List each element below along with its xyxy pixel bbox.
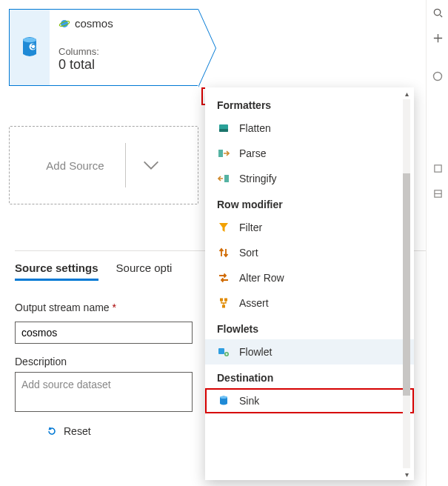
reset-button[interactable]: Reset: [46, 425, 91, 437]
right-toolbar: [426, 0, 448, 486]
alter-row-icon: [217, 271, 230, 284]
menu-item-label: Parse: [239, 147, 267, 159]
sort-icon: [217, 246, 230, 259]
menu-section-flowlets: Flowlets: [205, 316, 414, 339]
menu-item-assert[interactable]: Assert: [205, 290, 414, 316]
search-button[interactable]: [427, 0, 448, 25]
stringify-icon: [217, 172, 230, 185]
assert-icon: [217, 296, 230, 310]
add-source-label: Add Source: [46, 159, 104, 172]
zoom-slider-top[interactable]: [427, 64, 448, 89]
scroll-down-arrow[interactable]: ▾: [401, 468, 412, 480]
columns-label: Columns:: [58, 46, 192, 57]
transformation-menu: Formatters Flatten Parse Stringify Row m…: [205, 87, 414, 480]
circle-handle-icon: [432, 71, 443, 81]
rail-tool-2[interactable]: [427, 181, 448, 206]
tab-source-options[interactable]: Source opti: [116, 262, 173, 281]
cosmos-icon: [58, 18, 70, 30]
parse-icon: [217, 147, 230, 160]
layout-icon: [433, 189, 443, 199]
menu-section-destination: Destination: [205, 364, 414, 388]
columns-value: 0 total: [58, 57, 192, 73]
menu-item-sink[interactable]: Sink: [205, 388, 414, 413]
menu-scrollbar[interactable]: ▴ ▾: [401, 87, 412, 480]
svg-point-6: [434, 73, 442, 81]
svg-rect-7: [434, 164, 441, 171]
menu-item-flatten[interactable]: Flatten: [205, 116, 414, 141]
output-stream-input[interactable]: [15, 322, 193, 344]
source-node-icon: [10, 10, 50, 85]
flowlet-icon: [217, 345, 230, 359]
menu-item-label: Filter: [239, 222, 262, 233]
chevron-down-icon[interactable]: [141, 155, 161, 176]
menu-section-formatters: Formatters: [205, 92, 414, 116]
menu-item-label: Alter Row: [239, 272, 284, 284]
add-button[interactable]: [427, 25, 448, 50]
svg-rect-13: [220, 299, 223, 302]
svg-rect-14: [224, 299, 227, 302]
search-icon: [432, 7, 444, 19]
menu-item-stringify[interactable]: Stringify: [205, 166, 414, 191]
menu-item-parse[interactable]: Parse: [205, 141, 414, 166]
tab-source-settings[interactable]: Source settings: [15, 262, 98, 281]
svg-point-18: [220, 396, 227, 399]
menu-item-alterrow[interactable]: Alter Row: [205, 265, 414, 290]
scroll-up-arrow[interactable]: ▴: [401, 87, 412, 99]
sink-icon: [217, 394, 230, 407]
menu-item-label: Assert: [239, 297, 269, 309]
svg-point-0: [23, 38, 36, 42]
source-node-cosmos[interactable]: cosmos Columns: 0 total: [9, 9, 198, 86]
add-source-box[interactable]: Add Source: [9, 126, 198, 204]
svg-rect-12: [224, 175, 229, 182]
description-input[interactable]: Add source dataset: [15, 372, 193, 412]
menu-item-label: Sink: [239, 395, 259, 407]
menu-item-label: Flowlet: [239, 346, 272, 358]
menu-item-sort[interactable]: Sort: [205, 240, 414, 265]
menu-item-label: Flatten: [239, 122, 271, 134]
svg-rect-15: [222, 305, 225, 308]
menu-item-filter[interactable]: Filter: [205, 215, 414, 240]
svg-rect-10: [219, 129, 228, 132]
reset-label: Reset: [64, 425, 91, 437]
svg-rect-16: [218, 348, 224, 354]
menu-item-flowlet[interactable]: Flowlet: [205, 339, 414, 364]
svg-rect-11: [218, 150, 223, 157]
menu-item-label: Stringify: [239, 173, 277, 184]
source-node-title: cosmos: [75, 17, 113, 30]
scroll-thumb[interactable]: [403, 173, 410, 396]
svg-point-5: [434, 9, 440, 15]
plus-icon: [432, 33, 444, 44]
flatten-icon: [217, 122, 230, 135]
reset-icon: [46, 425, 58, 437]
filter-icon: [217, 221, 230, 234]
rail-tool-1[interactable]: [427, 156, 448, 181]
divider: [125, 143, 126, 187]
menu-item-label: Sort: [239, 247, 258, 259]
square-icon: [433, 164, 443, 173]
datasource-icon: [20, 36, 39, 59]
menu-section-rowmodifier: Row modifier: [205, 191, 414, 215]
